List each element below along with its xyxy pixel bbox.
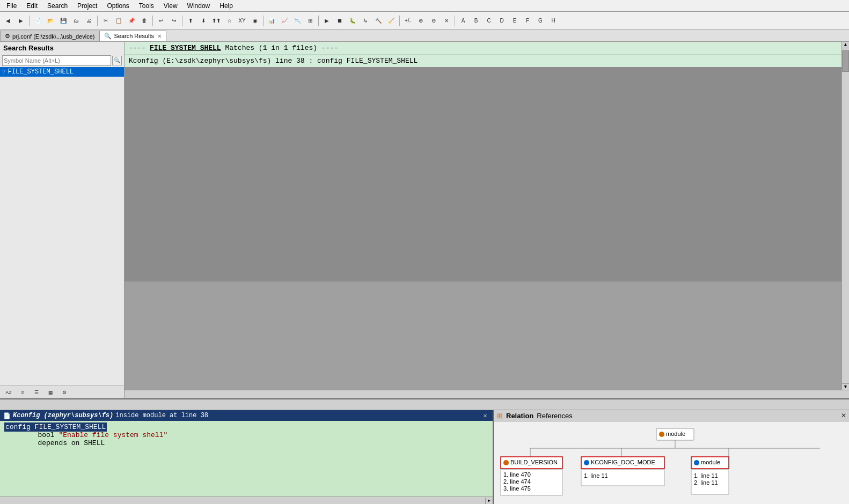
svg-text:1. line 11: 1. line 11 xyxy=(694,472,718,479)
toolbar-btn-debug[interactable]: 🐛 xyxy=(347,15,358,27)
relation-graph-svg: module BUILD_VERSION 1. line 470 2. line… xyxy=(498,426,847,504)
bottom-left-line-1: config FILE_SYSTEM_SHELL xyxy=(4,423,488,431)
list-view-button[interactable]: ≡ xyxy=(16,388,29,397)
bottom-right-close[interactable]: ✕ xyxy=(839,411,848,420)
menu-view[interactable]: View xyxy=(159,1,182,11)
toolbar-sep-2 xyxy=(97,16,98,26)
bottom-left-hscroll[interactable]: ▶ xyxy=(0,496,493,504)
sort-az-button[interactable]: AZ xyxy=(2,388,15,397)
svg-text:module: module xyxy=(701,459,720,465)
toolbar-btn-f3[interactable]: C xyxy=(483,15,495,27)
group-view-button[interactable]: ☰ xyxy=(30,388,43,397)
svg-text:module: module xyxy=(666,431,685,437)
toolbar-back[interactable]: ◀ xyxy=(2,15,14,27)
symbol-item-label: FILE_SYSTEM_SHELL xyxy=(8,68,74,76)
toolbar-open[interactable]: 📂 xyxy=(45,15,56,27)
toolbar-btn-e1[interactable]: +/- xyxy=(402,15,414,27)
toolbar-copy[interactable]: 📋 xyxy=(113,15,125,27)
toolbar-btn-xy[interactable]: XY xyxy=(236,15,248,27)
toolbar-redo[interactable]: ↪ xyxy=(168,15,180,27)
toolbar-cut[interactable]: ✂ xyxy=(100,15,112,27)
toolbar-btn-e3[interactable]: ⊖ xyxy=(428,15,440,27)
main-scrollbar-v[interactable]: ▲ ▼ xyxy=(841,42,849,390)
result-content: ---- FILE_SYSTEM_SHELL Matches (1 in 1 f… xyxy=(125,42,849,390)
result-gray-area xyxy=(125,67,849,281)
menu-project[interactable]: Project xyxy=(73,1,101,11)
toolbar-btn-run[interactable]: ▶ xyxy=(321,15,333,27)
toolbar-btn-f7[interactable]: G xyxy=(535,15,546,27)
menu-options[interactable]: Options xyxy=(103,1,133,11)
menu-file[interactable]: File xyxy=(2,1,21,11)
toolbar-btn-nav1[interactable]: ⬆ xyxy=(185,15,196,27)
relation-title: Relation xyxy=(506,412,533,420)
toolbar-btn-f2[interactable]: B xyxy=(470,15,482,27)
menu-window[interactable]: Window xyxy=(183,1,215,11)
menu-search[interactable]: Search xyxy=(43,1,72,11)
toolbar-btn-nav2[interactable]: ⬇ xyxy=(197,15,209,27)
bottom-left-detail: inside module at line 38 xyxy=(115,412,208,419)
toolbar-btn-f8[interactable]: H xyxy=(547,15,559,27)
symbol-search-input[interactable] xyxy=(2,55,111,66)
svg-text:1. line 470: 1. line 470 xyxy=(503,471,531,478)
toolbar-btn-nav3[interactable]: ⬆⬆ xyxy=(210,15,222,27)
toolbar-delete[interactable]: 🗑 xyxy=(138,15,150,27)
toolbar-btn-stop[interactable]: ⏹ xyxy=(334,15,346,27)
settings-button[interactable]: ⚙ xyxy=(58,388,71,397)
toolbar-sep-8 xyxy=(455,16,455,26)
center-hscroll[interactable] xyxy=(125,390,849,398)
toolbar-btn-f6[interactable]: F xyxy=(522,15,533,27)
tab-prjconf[interactable]: ⚙ prj.conf (E:\zsdk\...\usb_device) xyxy=(0,31,99,41)
toolbar-btn-c[interactable]: 📉 xyxy=(291,15,303,27)
menu-tools[interactable]: Tools xyxy=(135,1,158,11)
left-panel: Search Results 🔍 ? FILE_SYSTEM_SHELL AZ … xyxy=(0,42,125,398)
toolbar-btn-5[interactable]: 🖨 xyxy=(83,15,95,27)
symbol-list: ? FILE_SYSTEM_SHELL xyxy=(0,67,124,386)
toolbar-btn-f4[interactable]: D xyxy=(496,15,508,27)
result-detail-line: Kconfig (E:\zsdk\zephyr\subsys\fs) line … xyxy=(125,55,849,67)
relation-subtitle: References xyxy=(537,412,572,420)
svg-text:BUILD_VERSION: BUILD_VERSION xyxy=(510,459,558,465)
toolbar-new[interactable]: 📄 xyxy=(32,15,43,27)
menu-edit[interactable]: Edit xyxy=(22,1,42,11)
toolbar-btn-e2[interactable]: ⊕ xyxy=(415,15,427,27)
toolbar-paste[interactable]: 📌 xyxy=(126,15,137,27)
search-icon[interactable]: 🔍 xyxy=(112,56,122,65)
toolbar-save-all[interactable]: 🗂 xyxy=(70,15,82,27)
bottom-left-close[interactable]: ✕ xyxy=(481,411,489,420)
toolbar-btn-d[interactable]: ⊞ xyxy=(304,15,316,27)
toolbar-btn-b[interactable]: 📈 xyxy=(279,15,290,27)
bottom-left-line-3: depends on SHELL xyxy=(4,439,488,447)
svg-text:2. line 474: 2. line 474 xyxy=(503,478,531,485)
bottom-section: 📄 Kconfig (zephyr\subsys\fs) inside modu… xyxy=(0,410,849,504)
toolbar-btn-clean[interactable]: 🧹 xyxy=(385,15,397,27)
toolbar-sep-6 xyxy=(318,16,319,26)
toolbar-btn-f1[interactable]: A xyxy=(457,15,469,27)
toolbar-btn-f5[interactable]: E xyxy=(509,15,521,27)
panel-bottom-toolbar: AZ ≡ ☰ ▦ ⚙ xyxy=(0,386,124,398)
toolbar-btn-a[interactable]: 📊 xyxy=(266,15,277,27)
toolbar-btn-e4[interactable]: ✕ xyxy=(441,15,452,27)
toolbar-save[interactable]: 💾 xyxy=(57,15,69,27)
toolbar-btn-nav4[interactable]: ☆ xyxy=(223,15,235,27)
svg-point-21 xyxy=(694,460,699,465)
menu-help[interactable]: Help xyxy=(215,1,237,11)
tab-searchresults-label: Search Results xyxy=(114,33,154,39)
bottom-left-header: 📄 Kconfig (zephyr\subsys\fs) inside modu… xyxy=(0,410,493,421)
config-keyword: config FILE_SYSTEM_SHELL xyxy=(4,423,107,432)
tab-prjconf-label: prj.conf (E:\zsdk\...\usb_device) xyxy=(12,33,94,40)
bottom-tab-bar xyxy=(0,398,849,410)
toolbar-undo[interactable]: ↩ xyxy=(155,15,167,27)
toolbar-btn-step[interactable]: ↳ xyxy=(360,15,371,27)
toolbar-btn-ref[interactable]: ◉ xyxy=(249,15,261,27)
symbol-item-file-system-shell[interactable]: ? FILE_SYSTEM_SHELL xyxy=(0,67,124,77)
toolbar-forward[interactable]: ▶ xyxy=(15,15,27,27)
toolbar-btn-build[interactable]: 🔨 xyxy=(372,15,384,27)
tab-searchresults-close[interactable]: ✕ xyxy=(157,33,162,39)
bottom-left-content: config FILE_SYSTEM_SHELL bool "Enable fi… xyxy=(0,421,493,496)
tree-view-button[interactable]: ▦ xyxy=(44,388,57,397)
toolbar-sep-7 xyxy=(399,16,400,26)
svg-point-1 xyxy=(659,432,664,437)
toolbar-sep-1 xyxy=(29,16,30,26)
tab-searchresults[interactable]: 🔍 Search Results ✕ xyxy=(99,31,166,41)
svg-point-15 xyxy=(584,460,589,465)
